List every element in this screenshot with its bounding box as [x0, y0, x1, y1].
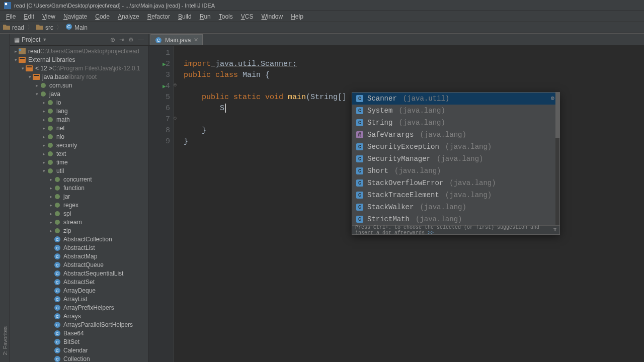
tree-item-arraylist[interactable]: CArrayList	[10, 295, 148, 303]
tree-item-calendar[interactable]: CCalendar	[10, 346, 148, 354]
tree-item-abstractset[interactable]: CAbstractSet	[10, 278, 148, 286]
locate-icon[interactable]: ⊕	[110, 36, 115, 43]
tree-toggle-icon[interactable]: ▸	[41, 134, 46, 139]
tree-item-abstractmap[interactable]: CAbstractMap	[10, 252, 148, 260]
tree-item-net[interactable]: ▸net	[10, 124, 148, 132]
tree-item-concurrent[interactable]: ▸concurrent	[10, 175, 148, 184]
sidebar-tab-favorites[interactable]: 2: Favorites	[1, 324, 9, 357]
menu-refactor[interactable]: Refactor	[143, 12, 174, 21]
tree-item-arrays[interactable]: CArrays	[10, 312, 148, 320]
collapse-icon[interactable]: ⇥	[119, 36, 124, 43]
chevron-down-icon[interactable]: ▼	[42, 37, 47, 42]
tree-toggle-icon[interactable]: ▸	[48, 186, 53, 191]
tree-item-arrayprefixhelpers[interactable]: CArrayPrefixHelpers	[10, 303, 148, 312]
tree-toggle-icon[interactable]: ▸	[48, 220, 53, 225]
breadcrumb-main[interactable]: CMain	[65, 23, 88, 32]
tree-item-collection[interactable]: CCollection	[10, 354, 148, 362]
tree-toggle-icon[interactable]: ▸	[48, 211, 53, 216]
tree-toggle-icon[interactable]: ▾	[20, 66, 25, 71]
panel-title[interactable]: Project	[22, 36, 40, 43]
gear-icon[interactable]: ⚙	[128, 36, 134, 43]
tree-item-abstractqueue[interactable]: CAbstractQueue	[10, 260, 148, 269]
tree-item-external-libraries[interactable]: ▾External Libraries	[10, 55, 148, 64]
autocomplete-item-scanner[interactable]: CScanner(java.util)	[352, 93, 559, 105]
menu-window[interactable]: Window	[257, 12, 287, 21]
menu-navigate[interactable]: Navigate	[59, 12, 91, 21]
autocomplete-scrollbar[interactable]	[555, 93, 559, 225]
gear-icon[interactable]: ⚙	[551, 95, 554, 102]
tree-item-abstractcollection[interactable]: CAbstractCollection	[10, 235, 148, 243]
tree-item-math[interactable]: ▸math	[10, 115, 148, 124]
tree-item-java-base[interactable]: ▾java.base library root	[10, 72, 148, 81]
autocomplete-item-strictmath[interactable]: CStrictMath(java.lang)	[352, 213, 559, 225]
tree-item-security[interactable]: ▸security	[10, 141, 148, 149]
autocomplete-item-safevarargs[interactable]: @SafeVarargs(java.lang)	[352, 129, 559, 141]
menu-tools[interactable]: Tools	[215, 12, 237, 21]
hide-icon[interactable]: —	[138, 36, 144, 43]
tree-toggle-icon[interactable]: ▾	[27, 74, 32, 79]
menu-build[interactable]: Build	[174, 12, 196, 21]
tab-main-java[interactable]: C Main.java ✕	[150, 34, 203, 45]
tree-toggle-icon[interactable]: ▸	[41, 151, 46, 156]
tree-toggle-icon[interactable]: ▾	[34, 92, 39, 97]
tree-item-read[interactable]: ▸read C:\Users\Game\Desktop\project\read	[10, 47, 148, 55]
tree-item-lang[interactable]: ▸lang	[10, 107, 148, 115]
fold-icon[interactable]: ⊖	[174, 82, 177, 88]
tree-item-base64[interactable]: CBase64	[10, 329, 148, 337]
menu-help[interactable]: Help	[287, 12, 307, 21]
tree-item-java[interactable]: ▾java	[10, 89, 148, 98]
tree-item-arraysparallelsorthelpers[interactable]: CArraysParallelSortHelpers	[10, 320, 148, 329]
breadcrumb-read[interactable]: read	[3, 24, 24, 31]
menu-code[interactable]: Code	[91, 12, 114, 21]
tree-item-util[interactable]: ▾util	[10, 166, 148, 175]
fold-icon[interactable]: ⊖	[174, 115, 177, 121]
autocomplete-popup[interactable]: ⚙ CScanner(java.util)CSystem(java.lang)C…	[352, 92, 560, 235]
tree-toggle-icon[interactable]: ▸	[41, 100, 46, 105]
tree-toggle-icon[interactable]: ▸	[41, 143, 46, 148]
tree-item-arraydeque[interactable]: CArrayDeque	[10, 286, 148, 295]
tree-item-function[interactable]: ▸function	[10, 184, 148, 192]
autocomplete-item-securitymanager[interactable]: CSecurityManager(java.lang)	[352, 153, 559, 165]
autocomplete-item-system[interactable]: CSystem(java.lang)	[352, 105, 559, 117]
tree-item-zip[interactable]: ▸zip	[10, 226, 148, 235]
tree-item-spi[interactable]: ▸spi	[10, 209, 148, 218]
tree-item-bitset[interactable]: CBitSet	[10, 337, 148, 346]
tree-toggle-icon[interactable]: ▸	[48, 228, 53, 233]
tree-item-abstractsequentiallist[interactable]: CAbstractSequentialList	[10, 269, 148, 278]
menu-edit[interactable]: Edit	[20, 12, 38, 21]
menu-analyze[interactable]: Analyze	[114, 12, 143, 21]
tree-item-abstractlist[interactable]: CAbstractList	[10, 243, 148, 252]
tree-item-nio[interactable]: ▸nio	[10, 132, 148, 141]
tree-toggle-icon[interactable]: ▸	[41, 109, 46, 114]
tree-toggle-icon[interactable]: ▸	[48, 194, 53, 199]
pi-icon[interactable]: π	[553, 227, 556, 233]
menu-view[interactable]: View	[38, 12, 59, 21]
tree-item-stream[interactable]: ▸stream	[10, 218, 148, 226]
tree-item-com-sun[interactable]: ▸com.sun	[10, 81, 148, 89]
tree-toggle-icon[interactable]: ▸	[48, 203, 53, 208]
tree-item-time[interactable]: ▸time	[10, 158, 148, 166]
autocomplete-item-stacktraceelement[interactable]: CStackTraceElement(java.lang)	[352, 189, 559, 201]
menu-vcs[interactable]: VCS	[237, 12, 258, 21]
autocomplete-item-stackwalker[interactable]: CStackWalker(java.lang)	[352, 201, 559, 213]
tree-toggle-icon[interactable]: ▸	[41, 160, 46, 165]
tree-toggle-icon[interactable]: ▸	[34, 83, 39, 88]
run-gutter-icon[interactable]: ▶	[163, 81, 166, 92]
menu-run[interactable]: Run	[196, 12, 215, 21]
tree-toggle-icon[interactable]: ▾	[41, 168, 46, 173]
autocomplete-item-string[interactable]: CString(java.lang)	[352, 117, 559, 129]
tree-toggle-icon[interactable]: ▸	[41, 117, 46, 122]
tree-toggle-icon[interactable]: ▸	[48, 177, 53, 182]
project-tree[interactable]: ▸read C:\Users\Game\Desktop\project\read…	[10, 46, 148, 362]
breadcrumb-src[interactable]: src	[36, 24, 53, 31]
tree-item--12-[interactable]: ▾< 12 > C:\Program Files\Java\jdk-12.0.1	[10, 64, 148, 72]
autocomplete-item-securityexception[interactable]: CSecurityException(java.lang)	[352, 141, 559, 153]
tree-toggle-icon[interactable]: ▸	[41, 126, 46, 131]
tree-toggle-icon[interactable]: ▸	[13, 49, 18, 54]
tree-item-regex[interactable]: ▸regex	[10, 201, 148, 209]
hint-link[interactable]: >>	[428, 230, 434, 236]
menu-file[interactable]: File	[2, 12, 20, 21]
tree-item-text[interactable]: ▸text	[10, 149, 148, 158]
autocomplete-item-short[interactable]: CShort(java.lang)	[352, 165, 559, 177]
close-icon[interactable]: ✕	[194, 37, 198, 43]
